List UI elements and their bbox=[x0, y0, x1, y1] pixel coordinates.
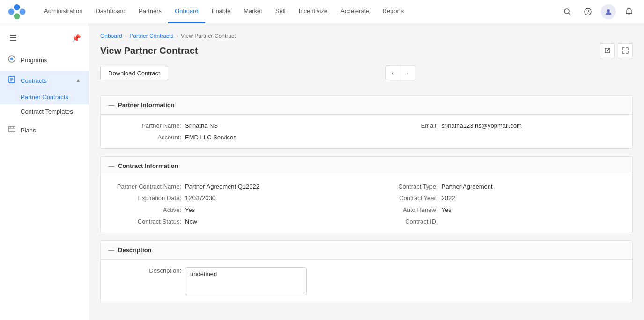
expiration-pair: Expiration Date: 12/31/2030 bbox=[110, 195, 367, 202]
nav-right-actions: ? bbox=[560, 4, 637, 19]
fullscreen-icon bbox=[622, 47, 629, 54]
search-icon bbox=[563, 8, 571, 15]
contracts-icon bbox=[7, 75, 16, 86]
contract-type-label: Contract Type: bbox=[367, 183, 442, 190]
contract-status-label: Contract Status: bbox=[110, 218, 185, 225]
breadcrumb: Onboard › Partner Contracts › View Partn… bbox=[100, 33, 633, 39]
sidebar-item-contracts-label: Contracts bbox=[21, 77, 47, 84]
svg-text:?: ? bbox=[586, 9, 589, 15]
main-content: Onboard › Partner Contracts › View Partn… bbox=[89, 23, 644, 320]
description-row: Description: undefined bbox=[110, 267, 623, 295]
contract-information-section: — Contract Information Partner Contract … bbox=[100, 156, 633, 233]
contract-status-value: New bbox=[185, 218, 197, 225]
sidebar-programs-section: Programs bbox=[0, 51, 89, 69]
nav-item-sell[interactable]: Sell bbox=[269, 0, 292, 23]
svg-point-3 bbox=[14, 13, 20, 19]
breadcrumb-sep-2: › bbox=[176, 33, 178, 39]
sidebar-item-programs-label: Programs bbox=[21, 57, 47, 64]
expiration-label: Expiration Date: bbox=[110, 195, 185, 202]
contract-id-pair: Contract ID: bbox=[367, 218, 623, 225]
download-contract-button[interactable]: Download Contract bbox=[100, 66, 168, 80]
nav-item-onboard[interactable]: Onboard bbox=[168, 0, 205, 23]
sidebar-plans-section: Plans bbox=[0, 121, 89, 139]
description-textarea[interactable]: undefined bbox=[185, 267, 307, 295]
account-pair: Account: EMD LLC Services bbox=[110, 134, 367, 141]
sidebar-item-programs[interactable]: Programs bbox=[0, 51, 89, 69]
nav-items: Administration Dashboard Partners Onboar… bbox=[37, 0, 560, 23]
sidebar-subitem-contract-templates[interactable]: Contract Templates bbox=[0, 104, 89, 119]
top-navigation: Administration Dashboard Partners Onboar… bbox=[0, 0, 644, 23]
nav-item-accelerate[interactable]: Accelerate bbox=[334, 0, 376, 23]
page-header: View Partner Contract bbox=[100, 43, 633, 58]
user-avatar[interactable] bbox=[601, 4, 616, 19]
active-pair: Active: Yes bbox=[110, 206, 367, 213]
help-icon: ? bbox=[584, 8, 592, 15]
active-value: Yes bbox=[185, 206, 195, 213]
nav-arrows: ‹ › bbox=[385, 65, 415, 80]
sidebar-item-plans[interactable]: Plans bbox=[0, 121, 89, 139]
svg-line-5 bbox=[569, 13, 570, 15]
nav-item-incentivize[interactable]: Incentivize bbox=[292, 0, 334, 23]
toolbar-row: Download Contract ‹ › bbox=[100, 65, 633, 88]
nav-item-enable[interactable]: Enable bbox=[205, 0, 237, 23]
contract-info-grid: Partner Contract Name: Partner Agreement… bbox=[110, 183, 623, 225]
svg-point-10 bbox=[10, 58, 13, 60]
contract-information-body: Partner Contract Name: Partner Agreement… bbox=[101, 175, 632, 233]
hamburger-button[interactable]: ☰ bbox=[7, 31, 19, 45]
description-title: Description bbox=[118, 247, 152, 254]
active-label: Active: bbox=[110, 206, 185, 213]
external-link-button[interactable] bbox=[600, 43, 615, 58]
description-label: Description: bbox=[110, 267, 185, 274]
contract-name-label: Partner Contract Name: bbox=[110, 183, 185, 190]
next-button[interactable]: › bbox=[400, 65, 415, 80]
nav-item-administration[interactable]: Administration bbox=[37, 0, 89, 23]
search-button[interactable] bbox=[560, 4, 575, 19]
partner-name-pair: Partner Name: Srinatha NS bbox=[110, 122, 367, 129]
contract-year-value: 2022 bbox=[442, 195, 455, 202]
email-value: srinatha123.ns@yopmail.com bbox=[442, 122, 522, 129]
sidebar-item-plans-label: Plans bbox=[21, 127, 36, 134]
contract-name-pair: Partner Contract Name: Partner Agreement… bbox=[110, 183, 367, 190]
external-link-icon bbox=[604, 47, 611, 54]
section-dash-3: — bbox=[108, 247, 114, 254]
sidebar-item-contracts[interactable]: Contracts ▲ bbox=[0, 71, 89, 90]
auto-renew-label: Auto Renew: bbox=[367, 206, 442, 213]
fullscreen-button[interactable] bbox=[618, 43, 633, 58]
sidebar-header: ☰ 📌 bbox=[0, 27, 89, 49]
auto-renew-pair: Auto Renew: Yes bbox=[367, 206, 623, 213]
auto-renew-value: Yes bbox=[442, 206, 452, 213]
partner-name-label: Partner Name: bbox=[110, 122, 185, 129]
page-header-actions bbox=[600, 43, 633, 58]
collapse-icon: ▲ bbox=[75, 77, 81, 84]
breadcrumb-partner-contracts[interactable]: Partner Contracts bbox=[129, 33, 173, 39]
partner-name-value: Srinatha NS bbox=[185, 122, 218, 129]
pin-button[interactable]: 📌 bbox=[70, 32, 83, 44]
contract-year-label: Contract Year: bbox=[367, 195, 442, 202]
notifications-button[interactable] bbox=[622, 4, 637, 19]
svg-rect-15 bbox=[8, 126, 15, 132]
nav-item-reports[interactable]: Reports bbox=[376, 0, 410, 23]
email-pair: Email: srinatha123.ns@yopmail.com bbox=[367, 122, 623, 129]
layout: ☰ 📌 Programs bbox=[0, 23, 644, 320]
person-icon bbox=[605, 8, 612, 15]
partner-information-section: — Partner Information Partner Name: Srin… bbox=[100, 95, 633, 149]
programs-icon bbox=[7, 55, 16, 65]
account-value: EMD LLC Services bbox=[185, 134, 237, 141]
nav-item-dashboard[interactable]: Dashboard bbox=[89, 0, 132, 23]
prev-button[interactable]: ‹ bbox=[385, 65, 400, 80]
logo[interactable] bbox=[7, 3, 26, 20]
nav-item-partners[interactable]: Partners bbox=[132, 0, 168, 23]
contract-type-pair: Contract Type: Partner Agreement bbox=[367, 183, 623, 190]
help-button[interactable]: ? bbox=[580, 4, 595, 19]
nav-item-market[interactable]: Market bbox=[237, 0, 269, 23]
section-dash-2: — bbox=[108, 162, 114, 169]
partner-info-grid: Partner Name: Srinatha NS Email: srinath… bbox=[110, 122, 623, 141]
email-label: Email: bbox=[367, 122, 442, 129]
contract-information-header: — Contract Information bbox=[101, 157, 632, 175]
description-header: — Description bbox=[101, 241, 632, 260]
sidebar-subitem-partner-contracts[interactable]: Partner Contracts bbox=[0, 90, 89, 104]
description-body: Description: undefined bbox=[101, 260, 632, 303]
svg-point-2 bbox=[20, 8, 26, 15]
breadcrumb-onboard[interactable]: Onboard bbox=[100, 33, 122, 39]
section-dash-1: — bbox=[108, 102, 114, 109]
